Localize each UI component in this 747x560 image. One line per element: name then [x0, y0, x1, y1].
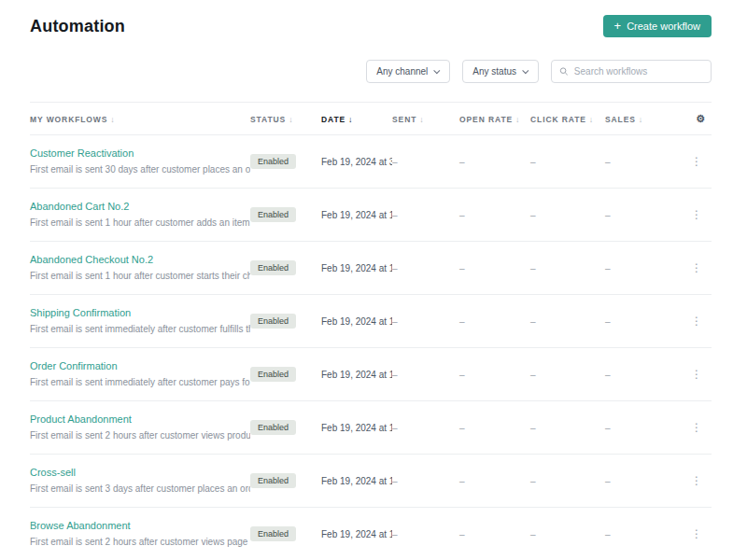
workflow-cell: Abandoned Cart No.2 First email is sent … — [30, 189, 250, 242]
table-row[interactable]: Abandoned Checkout No.2 First email is s… — [30, 242, 712, 295]
sent-cell: – — [392, 242, 459, 295]
workflow-description: First email is sent 30 days after custom… — [30, 164, 250, 175]
status-cell: Enabled — [250, 348, 321, 401]
gear-icon: ⚙ — [696, 113, 706, 124]
workflows-table: My workflows↓ Status↓ Date↓ Sent↓ Open r… — [30, 102, 712, 560]
status-badge: Enabled — [250, 473, 296, 488]
open-rate-cell: – — [459, 242, 530, 295]
workflow-name-link[interactable]: Product Abandonment — [30, 413, 250, 426]
workflow-name-link[interactable]: Cross-sell — [30, 467, 250, 479]
status-cell: Enabled — [250, 189, 321, 242]
table-row[interactable]: Cross-sell First email is sent 3 days af… — [30, 455, 712, 508]
chevron-down-icon — [522, 67, 529, 74]
workflow-description: First email is sent 3 days after custome… — [30, 483, 250, 495]
row-menu-button[interactable]: ⋮ — [691, 421, 702, 434]
column-header-sales[interactable]: Sales↓ — [605, 103, 687, 135]
workflow-name-link[interactable]: Browse Abandonment — [30, 520, 250, 532]
sales-cell: – — [605, 295, 687, 348]
status-filter-value: Any status — [472, 66, 516, 77]
date-cell: Feb 19, 2024 at 1:… — [321, 242, 392, 295]
table-row[interactable]: Product Abandonment First email is sent … — [30, 401, 712, 455]
workflows-tbody: Customer Reactivation First email is sen… — [30, 135, 712, 560]
status-cell: Enabled — [250, 135, 321, 189]
row-menu-button[interactable]: ⋮ — [691, 368, 702, 381]
workflow-description: First email is sent 1 hour after custome… — [30, 271, 250, 282]
workflow-description: First email is sent immediately after cu… — [30, 377, 250, 388]
status-badge: Enabled — [250, 154, 296, 169]
click-rate-cell: – — [530, 242, 605, 295]
sales-cell: – — [605, 508, 687, 560]
sent-cell: – — [392, 189, 459, 242]
column-header-sent[interactable]: Sent↓ — [392, 103, 459, 135]
open-rate-cell: – — [459, 135, 530, 189]
workflow-description: First email is sent 1 hour after custome… — [30, 217, 250, 229]
column-header-date[interactable]: Date↓ — [321, 103, 392, 135]
sent-cell: – — [392, 401, 459, 455]
column-header-status[interactable]: Status↓ — [250, 103, 321, 135]
status-cell: Enabled — [250, 455, 321, 508]
table-row[interactable]: Abandoned Cart No.2 First email is sent … — [30, 189, 712, 242]
row-menu-button[interactable]: ⋮ — [691, 527, 702, 540]
sort-down-icon: ↓ — [515, 115, 520, 124]
sales-cell: – — [605, 455, 687, 508]
chevron-down-icon — [434, 67, 441, 74]
status-badge: Enabled — [250, 260, 296, 275]
click-rate-cell: – — [530, 348, 605, 401]
workflow-description: First email is sent immediately after cu… — [30, 324, 250, 335]
sales-cell: – — [605, 401, 687, 455]
sort-down-icon: ↓ — [589, 115, 594, 124]
status-cell: Enabled — [250, 295, 321, 348]
column-header-open-rate[interactable]: Open rate↓ — [459, 103, 530, 135]
workflow-name-link[interactable]: Abandoned Checkout No.2 — [30, 254, 250, 266]
table-row[interactable]: Shipping Confirmation First email is sen… — [30, 295, 712, 348]
channel-filter-value: Any channel — [376, 66, 428, 77]
open-rate-cell: – — [459, 348, 530, 401]
status-badge: Enabled — [250, 314, 296, 329]
row-menu-button[interactable]: ⋮ — [691, 155, 702, 168]
table-settings-button[interactable]: ⚙ — [687, 103, 712, 135]
row-menu-cell: ⋮ — [687, 135, 712, 189]
table-header-row: My workflows↓ Status↓ Date↓ Sent↓ Open r… — [30, 103, 712, 135]
status-badge: Enabled — [250, 207, 296, 222]
open-rate-cell: – — [459, 189, 530, 242]
date-cell: Feb 19, 2024 at 3:… — [321, 135, 392, 189]
row-menu-button[interactable]: ⋮ — [691, 474, 702, 487]
row-menu-button[interactable]: ⋮ — [691, 315, 702, 328]
sales-cell: – — [605, 189, 687, 242]
workflow-name-link[interactable]: Abandoned Cart No.2 — [30, 201, 250, 213]
row-menu-button[interactable]: ⋮ — [691, 261, 702, 274]
column-header-my-workflows[interactable]: My workflows↓ — [30, 103, 250, 135]
status-badge: Enabled — [250, 420, 296, 435]
create-workflow-button[interactable]: + Create workflow — [603, 15, 712, 37]
table-row[interactable]: Order Confirmation First email is sent i… — [30, 348, 712, 401]
channel-filter-dropdown[interactable]: Any channel — [366, 60, 450, 83]
date-cell: Feb 19, 2024 at 1:… — [321, 401, 392, 455]
status-cell: Enabled — [250, 401, 321, 455]
row-menu-cell: ⋮ — [687, 508, 712, 560]
workflow-cell: Shipping Confirmation First email is sen… — [30, 295, 250, 348]
table-row[interactable]: Customer Reactivation First email is sen… — [30, 135, 712, 189]
click-rate-cell: – — [530, 401, 605, 455]
workflow-name-link[interactable]: Shipping Confirmation — [30, 307, 250, 319]
row-menu-cell: ⋮ — [687, 401, 712, 455]
click-rate-cell: – — [530, 455, 605, 508]
page-title: Automation — [30, 17, 125, 36]
search-box[interactable] — [551, 60, 712, 83]
column-header-click-rate[interactable]: Click rate↓ — [530, 103, 605, 135]
row-menu-button[interactable]: ⋮ — [691, 208, 702, 221]
table-row[interactable]: Browse Abandonment First email is sent 2… — [30, 508, 712, 560]
date-cell: Feb 19, 2024 at 1:… — [321, 295, 392, 348]
create-workflow-label: Create workflow — [627, 21, 700, 32]
row-menu-cell: ⋮ — [687, 348, 712, 401]
filter-bar: Any channel Any status — [30, 60, 712, 83]
search-icon — [559, 66, 569, 77]
plus-icon: + — [614, 21, 622, 31]
workflow-name-link[interactable]: Order Confirmation — [30, 360, 250, 372]
click-rate-cell: – — [530, 295, 605, 348]
status-filter-dropdown[interactable]: Any status — [462, 60, 539, 83]
row-menu-cell: ⋮ — [687, 189, 712, 242]
search-input[interactable] — [574, 66, 703, 77]
sales-cell: – — [605, 135, 687, 189]
date-cell: Feb 19, 2024 at 1:… — [321, 455, 392, 508]
workflow-name-link[interactable]: Customer Reactivation — [30, 147, 250, 160]
